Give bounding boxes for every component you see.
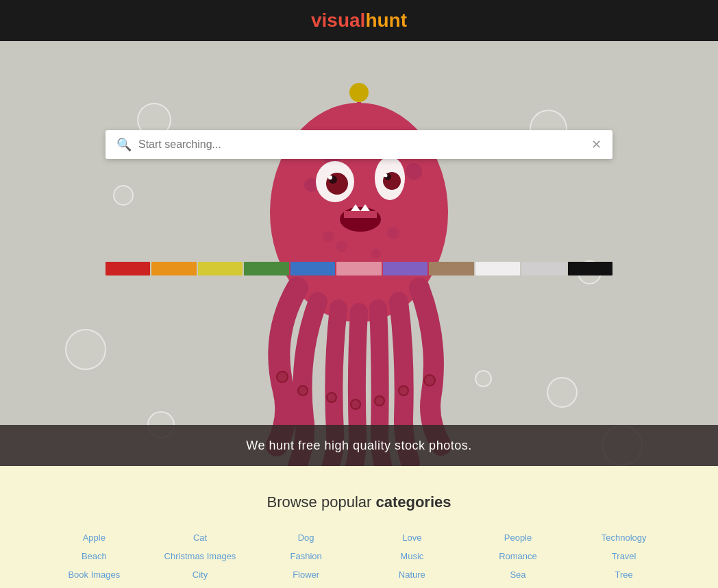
categories-section: Browse popular categories AppleCatDogLov…: [0, 466, 718, 588]
category-link[interactable]: Sea: [465, 567, 571, 582]
categories-grid: AppleCatDogLovePeopleTechnologyBeachChri…: [41, 530, 677, 588]
svg-point-4: [304, 178, 318, 192]
category-link[interactable]: Travel: [571, 549, 677, 563]
hero-section: 🔍 ✕ We hunt free high quality stock phot…: [0, 41, 718, 466]
svg-point-12: [384, 174, 388, 177]
hero-tagline-text: We hunt free high quality stock photos.: [246, 439, 471, 453]
category-link[interactable]: Music: [359, 549, 465, 563]
categories-title-bold: categories: [375, 493, 451, 511]
svg-point-18: [298, 386, 308, 395]
svg-point-19: [327, 393, 336, 402]
search-icon: 🔍: [116, 137, 132, 152]
bubble-decoration: [547, 377, 578, 408]
category-link[interactable]: People: [465, 530, 571, 545]
color-swatch-black[interactable]: [568, 262, 612, 275]
svg-point-20: [351, 400, 360, 409]
svg-point-23: [424, 375, 435, 386]
svg-point-3: [406, 163, 422, 180]
logo-hunt-text: hunt: [365, 10, 407, 31]
logo-visual-text: visual: [311, 10, 365, 31]
category-link[interactable]: Tree: [571, 567, 677, 582]
category-link[interactable]: Book Images: [41, 567, 147, 582]
color-swatch-pink[interactable]: [336, 262, 381, 275]
color-swatch-yellow[interactable]: [198, 262, 243, 275]
svg-point-26: [336, 241, 347, 252]
svg-point-30: [323, 231, 334, 242]
bubble-decoration: [113, 185, 134, 206]
svg-point-24: [349, 83, 369, 102]
site-logo[interactable]: visualhunt: [311, 10, 407, 32]
category-link[interactable]: Romance: [465, 549, 571, 563]
category-link[interactable]: Cat: [147, 530, 253, 545]
hero-monster-illustration: [229, 41, 489, 466]
svg-point-8: [328, 175, 332, 180]
category-link[interactable]: Beach: [41, 549, 147, 563]
svg-point-13: [340, 207, 381, 232]
category-link[interactable]: Fashion: [253, 549, 359, 563]
category-link[interactable]: Christmas Images: [147, 549, 253, 563]
category-link[interactable]: Apple: [41, 530, 147, 545]
bubble-decoration: [65, 329, 106, 370]
category-link[interactable]: City: [147, 567, 253, 582]
color-swatch-red[interactable]: [106, 262, 150, 275]
svg-point-17: [277, 371, 288, 382]
search-container: 🔍 ✕: [106, 130, 612, 159]
category-link[interactable]: Dog: [253, 530, 359, 545]
search-clear-button[interactable]: ✕: [591, 137, 602, 152]
svg-point-27: [371, 249, 381, 258]
categories-title: Browse popular categories: [41, 493, 677, 511]
color-swatch-purple[interactable]: [383, 262, 428, 275]
color-swatch-blue[interactable]: [290, 262, 335, 275]
svg-rect-14: [344, 211, 377, 218]
color-swatch-brown[interactable]: [429, 262, 473, 275]
svg-point-29: [387, 227, 399, 239]
site-header: visualhunt: [0, 0, 718, 41]
color-swatch-green[interactable]: [244, 262, 288, 275]
category-link[interactable]: Love: [359, 530, 465, 545]
color-swatch-orange[interactable]: [151, 262, 196, 275]
svg-point-22: [399, 386, 408, 395]
category-link[interactable]: Nature: [359, 567, 465, 582]
color-palette: [106, 262, 612, 275]
search-input[interactable]: [138, 138, 591, 151]
hero-tagline-banner: We hunt free high quality stock photos.: [0, 425, 718, 466]
category-link[interactable]: Flower: [253, 567, 359, 582]
svg-point-21: [375, 396, 384, 406]
color-swatch-light-gray[interactable]: [521, 262, 566, 275]
category-link[interactable]: Technology: [571, 530, 677, 545]
categories-title-plain: Browse popular: [267, 493, 375, 511]
color-swatch-white[interactable]: [475, 262, 520, 275]
search-box[interactable]: 🔍 ✕: [106, 130, 612, 159]
